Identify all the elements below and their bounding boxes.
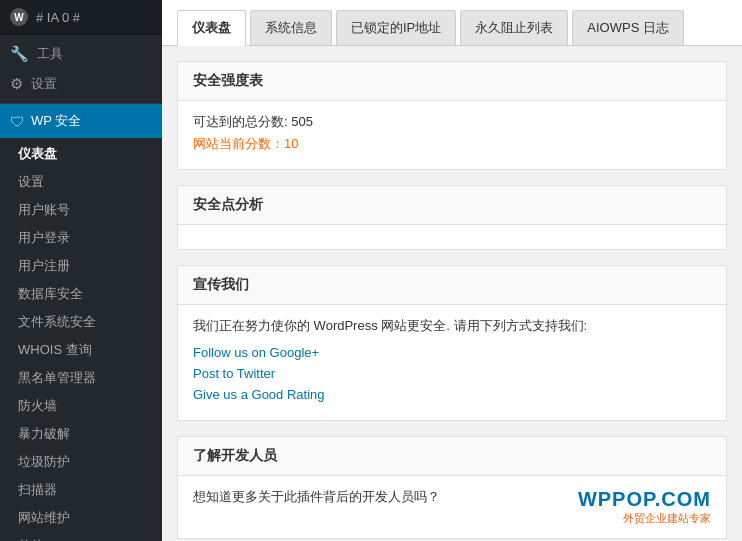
- sidebar-item-brute-force[interactable]: 暴力破解: [0, 420, 162, 448]
- security-points-body: [178, 225, 726, 249]
- score-current: 网站当前分数：10: [193, 135, 711, 153]
- security-points-box: 安全点分析: [177, 185, 727, 250]
- sidebar-item-settings-nav[interactable]: 设置: [0, 168, 162, 196]
- promote-box: 宣传我们 我们正在努力使你的 WordPress 网站更安全. 请用下列方式支持…: [177, 265, 727, 421]
- tab-locked-ips[interactable]: 已锁定的IP地址: [336, 10, 456, 45]
- wppop-brand: WPPOP.COM 外贸企业建站专家: [578, 488, 711, 526]
- sidebar-wp-security[interactable]: 🛡 WP 安全: [0, 104, 162, 138]
- developer-body: 想知道更多关于此插件背后的开发人员吗？ WPPOP.COM 外贸企业建站专家: [178, 476, 726, 538]
- developer-description: 想知道更多关于此插件背后的开发人员吗？: [193, 488, 558, 506]
- settings-icon: ⚙: [10, 75, 23, 93]
- promote-description: 我们正在努力使你的 WordPress 网站更安全. 请用下列方式支持我们:: [193, 317, 711, 335]
- sidebar-item-dashboard[interactable]: 仪表盘: [0, 140, 162, 168]
- sidebar-item-user-register[interactable]: 用户注册: [0, 252, 162, 280]
- wppop-subtitle: 外贸企业建站专家: [578, 511, 711, 526]
- security-strength-body: 可达到的总分数: 505 网站当前分数：10: [178, 101, 726, 169]
- sidebar-item-settings[interactable]: ⚙ 设置: [0, 69, 162, 99]
- sidebar-item-spam[interactable]: 垃圾防护: [0, 448, 162, 476]
- tabs-bar: 仪表盘 系统信息 已锁定的IP地址 永久阻止列表 AIOWPS 日志: [162, 0, 742, 46]
- sidebar-tools-section: 🔧 工具 ⚙ 设置: [0, 35, 162, 104]
- sidebar-nav: 仪表盘 设置 用户账号 用户登录 用户注册 数据库安全 文件系统安全 WHOIS…: [0, 138, 162, 541]
- tab-aiowps-log[interactable]: AIOWPS 日志: [572, 10, 684, 45]
- wppop-title: WPPOP.COM: [578, 488, 711, 511]
- sidebar-item-maintenance[interactable]: 网站维护: [0, 504, 162, 532]
- promote-link-rating[interactable]: Give us a Good Rating: [193, 387, 711, 402]
- tab-dashboard[interactable]: 仪表盘: [177, 10, 246, 46]
- sidebar-settings-label: 设置: [31, 75, 57, 93]
- security-points-title: 安全点分析: [178, 186, 726, 225]
- sidebar-item-user-account[interactable]: 用户账号: [0, 196, 162, 224]
- promote-body: 我们正在努力使你的 WordPress 网站更安全. 请用下列方式支持我们: F…: [178, 305, 726, 420]
- tools-icon: 🔧: [10, 45, 29, 63]
- sidebar: W # IA 0 # 🔧 工具 ⚙ 设置 🛡 WP 安全 仪表盘 设置 用户账号…: [0, 0, 162, 541]
- promote-title: 宣传我们: [178, 266, 726, 305]
- security-strength-box: 安全强度表 可达到的总分数: 505 网站当前分数：10: [177, 61, 727, 170]
- score-total: 可达到的总分数: 505: [193, 113, 711, 131]
- security-strength-title: 安全强度表: [178, 62, 726, 101]
- sidebar-item-fs-security[interactable]: 文件系统安全: [0, 308, 162, 336]
- sidebar-item-misc[interactable]: 其他: [0, 532, 162, 541]
- sidebar-wp-security-label: WP 安全: [31, 112, 81, 130]
- sidebar-item-tools[interactable]: 🔧 工具: [0, 39, 162, 69]
- sidebar-item-scanner[interactable]: 扫描器: [0, 476, 162, 504]
- sidebar-top: W # IA 0 #: [0, 0, 162, 35]
- sidebar-item-whois[interactable]: WHOIS 查询: [0, 336, 162, 364]
- sidebar-item-blacklist[interactable]: 黑名单管理器: [0, 364, 162, 392]
- content-area: 安全强度表 可达到的总分数: 505 网站当前分数：10 安全点分析 宣传我们 …: [162, 46, 742, 541]
- promote-link-google[interactable]: Follow us on Google+: [193, 345, 711, 360]
- sidebar-top-label: # IA 0 #: [36, 10, 80, 25]
- promote-link-twitter[interactable]: Post to Twitter: [193, 366, 711, 381]
- main-content: 仪表盘 系统信息 已锁定的IP地址 永久阻止列表 AIOWPS 日志 安全强度表…: [162, 0, 742, 541]
- developer-section: 想知道更多关于此插件背后的开发人员吗？ WPPOP.COM 外贸企业建站专家: [193, 488, 711, 526]
- sidebar-item-db-security[interactable]: 数据库安全: [0, 280, 162, 308]
- tab-permanent-block[interactable]: 永久阻止列表: [460, 10, 568, 45]
- developer-box: 了解开发人员 想知道更多关于此插件背后的开发人员吗？ WPPOP.COM 外贸企…: [177, 436, 727, 539]
- shield-icon: 🛡: [10, 113, 25, 130]
- wp-icon: W: [10, 8, 28, 26]
- developer-title: 了解开发人员: [178, 437, 726, 476]
- sidebar-tools-label: 工具: [37, 45, 63, 63]
- tab-system-info[interactable]: 系统信息: [250, 10, 332, 45]
- sidebar-item-user-login[interactable]: 用户登录: [0, 224, 162, 252]
- sidebar-item-firewall[interactable]: 防火墙: [0, 392, 162, 420]
